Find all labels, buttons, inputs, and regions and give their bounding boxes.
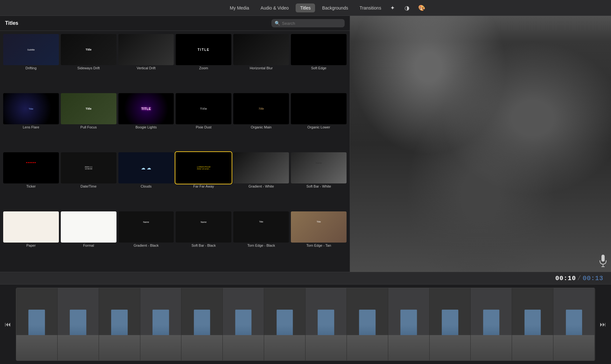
film-frame xyxy=(306,288,347,361)
preview-panel xyxy=(350,16,611,272)
timeline: ⏮ ⏭ xyxy=(0,285,611,364)
tile-datetime[interactable]: 2024-1-1 12:00:00 Date/Time xyxy=(60,152,117,210)
tile-drifting[interactable]: Subtitle Drifting xyxy=(3,33,60,92)
nav-transitions[interactable]: Transitions xyxy=(355,3,386,12)
svg-rect-0 xyxy=(601,255,605,262)
timeline-film xyxy=(16,288,595,361)
search-box: 🔍 xyxy=(271,19,345,27)
tile-pull-focus[interactable]: Title Pull Focus xyxy=(60,93,117,151)
tile-softbar-white[interactable]: Name Soft Bar - White xyxy=(290,152,347,210)
tile-sideways-drift[interactable]: Title Sideways Drift xyxy=(60,33,117,92)
tile-far-far-away[interactable]: LOREM IPSUM Dolor sit amet... Far Far Aw… xyxy=(175,152,232,210)
circle-icon[interactable]: ◑ xyxy=(402,3,412,13)
film-frame xyxy=(16,288,58,361)
tile-softbar-black[interactable]: Name Soft Bar - Black xyxy=(175,211,232,269)
browser-header: Titles 🔍 xyxy=(0,16,350,31)
main-layout: Titles 🔍 Subtitle Drifting Title Sideway… xyxy=(0,16,611,272)
film-frame xyxy=(553,288,595,361)
tile-vertical-drift[interactable]: Vertical Drift xyxy=(118,33,175,92)
tile-zoom[interactable]: TITLE Zoom xyxy=(175,33,232,92)
tile-torn-tan[interactable]: Title Torn Edge - Tan xyxy=(290,211,347,269)
film-frame xyxy=(347,288,388,361)
film-frame xyxy=(430,288,471,361)
timecode-total: 00:13 xyxy=(583,275,603,282)
tile-torn-black[interactable]: Title Torn Edge - Black xyxy=(233,211,290,269)
nav-titles[interactable]: Titles xyxy=(296,3,315,12)
top-nav: My Media Audio & Video Titles Background… xyxy=(0,0,611,16)
mic-icon-area[interactable] xyxy=(598,255,608,269)
tile-boogie-lights[interactable]: TITLE Boogie Lights xyxy=(118,93,175,151)
film-frame xyxy=(264,288,306,361)
tile-horizontal-blur[interactable]: Horizontal Blur xyxy=(233,33,290,92)
film-frame xyxy=(58,288,99,361)
preview-image xyxy=(350,16,611,272)
browser-panel: Titles 🔍 Subtitle Drifting Title Sideway… xyxy=(0,16,350,272)
timeline-back-button[interactable]: ⏮ xyxy=(0,316,16,332)
film-frame xyxy=(512,288,553,361)
film-frame xyxy=(181,288,223,361)
film-frame xyxy=(471,288,512,361)
search-input[interactable] xyxy=(282,21,339,26)
timeline-forward-button[interactable]: ⏭ xyxy=(595,316,611,332)
wand-icon[interactable]: ✦ xyxy=(388,3,397,13)
tile-pixie-dust[interactable]: Title Pixie Dust xyxy=(175,93,232,151)
tile-gradient-black[interactable]: Name Gradient - Black xyxy=(118,211,175,269)
timecode-separator: / xyxy=(577,275,581,282)
browser-title: Titles xyxy=(5,20,18,26)
nav-backgrounds[interactable]: Backgrounds xyxy=(318,3,353,12)
search-icon: 🔍 xyxy=(275,21,280,26)
film-frame xyxy=(99,288,140,361)
tiles-grid: Subtitle Drifting Title Sideways Drift V… xyxy=(0,31,350,272)
tile-clouds[interactable]: ☁ ☁ Clouds xyxy=(118,152,175,210)
film-frame xyxy=(388,288,430,361)
nav-my-media[interactable]: My Media xyxy=(225,3,254,12)
timecode-bar: 00:10 / 00:13 xyxy=(0,272,611,285)
palette-icon[interactable]: 🎨 xyxy=(417,3,426,13)
tile-lens-flare[interactable]: Title Lens Flare xyxy=(3,93,60,151)
tile-paper[interactable]: Paper xyxy=(3,211,60,269)
tile-organic-lower[interactable]: Organic Lower xyxy=(290,93,347,151)
nav-audio-video[interactable]: Audio & Video xyxy=(256,3,293,12)
film-frame xyxy=(140,288,182,361)
timecode-current: 00:10 xyxy=(555,275,576,282)
tile-formal[interactable]: Formal xyxy=(60,211,117,269)
tile-soft-edge[interactable]: Soft Edge xyxy=(290,33,347,92)
tile-organic-main[interactable]: Title Organic Main xyxy=(233,93,290,151)
tile-ticker[interactable]: ■ ■ ■ ■ ■ ■ Ticker xyxy=(3,152,60,210)
tile-gradient-white[interactable]: Name Gradient - White xyxy=(233,152,290,210)
film-frame xyxy=(223,288,264,361)
